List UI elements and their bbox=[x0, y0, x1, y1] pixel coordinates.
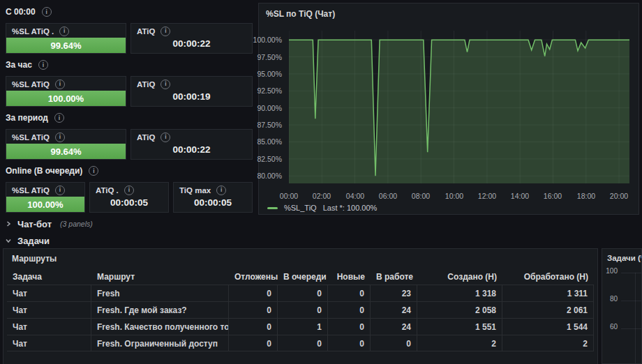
table-cell: Fresh. Ограниченный доступ bbox=[91, 335, 229, 351]
y-axis-tick-label: 85.00% bbox=[257, 137, 282, 146]
stat-bar-value: 100.00% bbox=[6, 91, 126, 106]
y-axis-tick-label: 90.00% bbox=[257, 104, 282, 112]
table-column-header[interactable]: В очереди bbox=[278, 269, 328, 285]
table-cell: 2 bbox=[502, 335, 594, 351]
table-column-header[interactable]: Маршрут bbox=[91, 269, 229, 285]
legend-series-name[interactable]: %SL_TiQ bbox=[284, 204, 317, 212]
info-icon[interactable] bbox=[55, 132, 65, 142]
stat-panel-title[interactable]: %SL ATiQ bbox=[12, 133, 50, 142]
info-icon[interactable] bbox=[160, 79, 170, 89]
table-cell: 1 311 bbox=[502, 285, 594, 301]
mini-chart-gridline bbox=[621, 273, 641, 273]
stat-panel-title[interactable]: ATiQ . bbox=[96, 186, 119, 195]
table-cell: Чат bbox=[7, 285, 91, 301]
mini-chart-gridline bbox=[621, 328, 641, 329]
info-icon[interactable] bbox=[55, 185, 65, 195]
y-axis-tick-label: 80.00% bbox=[257, 172, 282, 180]
table-cell: Чат bbox=[7, 318, 91, 335]
y-axis-tick-label: 100.00% bbox=[253, 36, 282, 44]
info-icon[interactable] bbox=[54, 113, 64, 123]
sl-by-tiq-chart-panel: %SL по TiQ (Чат) 100.00%97.50%95.00%92.5… bbox=[258, 3, 639, 215]
stat-panel: ATiQ00:00:22 bbox=[130, 129, 253, 160]
info-icon[interactable] bbox=[55, 79, 65, 89]
table-cell: Fresh. Где мой заказ? bbox=[91, 301, 229, 318]
dashboard-row-tasks[interactable]: Задачи bbox=[0, 234, 642, 248]
table-cell: 0 bbox=[278, 285, 328, 301]
stat-section-header: С 00:00 bbox=[6, 7, 253, 17]
table-column-header[interactable]: Обработано (Н) bbox=[502, 269, 594, 285]
stat-panel-title[interactable]: %SL ATiQ . bbox=[12, 27, 54, 36]
table-cell: 0 bbox=[229, 318, 278, 335]
info-icon[interactable] bbox=[216, 185, 226, 195]
row-title[interactable]: Задачи bbox=[17, 236, 50, 246]
info-icon[interactable] bbox=[42, 7, 52, 17]
stat-panel-title[interactable]: TiQ max bbox=[179, 186, 211, 195]
y-axis-tick-label: 87.50% bbox=[257, 121, 282, 129]
table-column-header[interactable]: Новые bbox=[328, 269, 371, 285]
chevron-right-icon bbox=[5, 220, 12, 227]
table-cell: 0 bbox=[229, 301, 278, 318]
stat-panel-title[interactable]: ATiQ bbox=[137, 27, 155, 36]
x-axis-tick-label: 08:00 bbox=[412, 192, 430, 200]
chart-panel-title[interactable]: %SL по TiQ (Чат) bbox=[259, 3, 639, 19]
mini-chart-gridline bbox=[635, 273, 636, 363]
stat-section: За час%SL ATiQ100.00%ATiQ00:00:19 bbox=[6, 60, 253, 107]
table-column-header[interactable]: Отложены bbox=[229, 269, 278, 285]
table-cell: 0 bbox=[328, 335, 371, 351]
table-cell: 1 544 bbox=[502, 318, 594, 335]
stat-panel-title[interactable]: ATiQ bbox=[137, 80, 155, 89]
x-axis-tick-label: 06:00 bbox=[379, 192, 397, 200]
table-cell: 2 061 bbox=[502, 301, 594, 318]
stat-panel: %SL ATiQ100.00% bbox=[6, 182, 85, 213]
dashboard-row-chatbot[interactable]: Чат-бот (3 panels) bbox=[0, 217, 642, 231]
stat-text-value: 00:00:22 bbox=[131, 36, 252, 53]
stat-sections-column: С 00:00%SL ATiQ .99.64%ATiQ00:00:22За ча… bbox=[6, 0, 253, 213]
stat-section-header: За час bbox=[6, 60, 253, 70]
stat-panel-header: ATiQ bbox=[131, 77, 252, 89]
table-column-header[interactable]: Задача bbox=[7, 269, 91, 285]
table-cell: 1 318 bbox=[417, 285, 502, 301]
table-cell: 23 bbox=[371, 285, 417, 301]
info-icon[interactable] bbox=[160, 26, 170, 36]
x-axis-tick-label: 16:00 bbox=[544, 192, 562, 200]
x-axis-tick-label: 10:00 bbox=[445, 192, 463, 200]
y-axis-tick-label: 97.50% bbox=[257, 53, 282, 61]
x-axis-tick-label: 04:00 bbox=[346, 192, 364, 200]
chevron-down-icon bbox=[5, 237, 12, 244]
x-axis-tick-label: 12:00 bbox=[478, 192, 496, 200]
stat-panel-title[interactable]: %SL ATiQ bbox=[12, 80, 50, 89]
table-cell: Чат bbox=[7, 301, 91, 318]
table-cell: 2 bbox=[417, 335, 502, 351]
y-axis-tick-label: 80 bbox=[602, 295, 618, 303]
table-cell: 24 bbox=[371, 318, 417, 335]
row-title[interactable]: Чат-бот bbox=[17, 219, 52, 229]
info-icon[interactable] bbox=[38, 60, 48, 70]
stat-panel-header: ATiQ bbox=[131, 130, 252, 142]
table-cell: 0 bbox=[278, 301, 328, 318]
chart-y-axis: 100.00%97.50%95.00%92.50%90.00%87.50%85.… bbox=[259, 31, 285, 183]
y-axis-tick-label: 92.50% bbox=[257, 86, 282, 95]
stat-panel-row: %SL ATiQ99.64%ATiQ00:00:22 bbox=[6, 129, 253, 160]
table-cell: 1 bbox=[278, 318, 328, 335]
info-icon[interactable] bbox=[160, 132, 170, 142]
info-icon[interactable] bbox=[89, 166, 98, 176]
stat-text-value: 00:00:05 bbox=[90, 195, 168, 212]
stat-section-header: Online (В очереди) bbox=[6, 166, 253, 176]
chart-legend[interactable]: %SL_TiQ Last *: 100.00% bbox=[267, 204, 377, 212]
chart-plot-area[interactable] bbox=[289, 31, 629, 183]
info-icon[interactable] bbox=[124, 185, 134, 195]
table-panel-title[interactable]: Маршруты bbox=[3, 249, 597, 269]
stat-panel-header: %SL ATiQ bbox=[6, 77, 126, 89]
mini-panel-title[interactable]: Задачи (Чат bbox=[602, 249, 641, 262]
stat-bar-value: 100.00% bbox=[6, 197, 84, 212]
table-column-header[interactable]: В работе bbox=[371, 269, 417, 285]
info-icon[interactable] bbox=[59, 26, 69, 36]
stat-panel-title[interactable]: ATiQ bbox=[137, 133, 155, 142]
stat-section: Online (В очереди)%SL ATiQ100.00%ATiQ .0… bbox=[6, 166, 253, 213]
stat-panel-header: ATiQ . bbox=[90, 183, 168, 195]
table-column-header[interactable]: Создано (Н) bbox=[417, 269, 502, 285]
stat-panel-title[interactable]: %SL ATiQ bbox=[12, 186, 50, 195]
stat-text-value: 00:00:19 bbox=[131, 89, 252, 106]
stat-text-value: 00:00:22 bbox=[131, 142, 252, 159]
stat-text-value: 00:00:05 bbox=[174, 195, 252, 212]
